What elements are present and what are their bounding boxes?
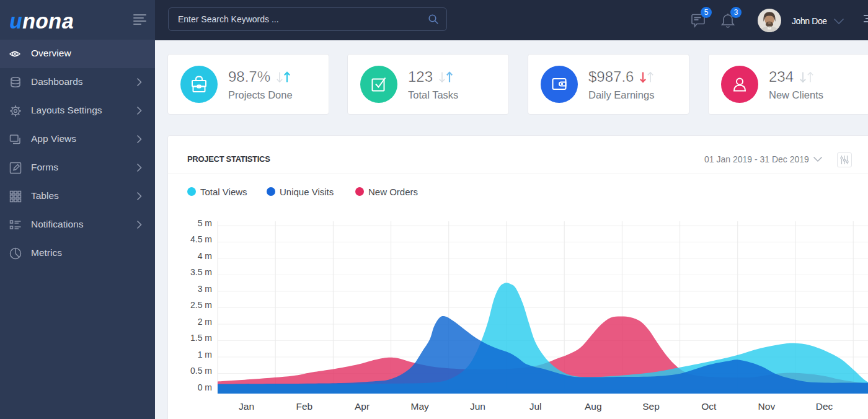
svg-text:Jan: Jan — [239, 401, 254, 412]
svg-text:0 m: 0 m — [198, 382, 212, 392]
svg-text:4.5 m: 4.5 m — [190, 234, 212, 244]
svg-text:Oct: Oct — [701, 401, 717, 412]
svg-text:0.5 m: 0.5 m — [190, 366, 212, 376]
svg-text:2 m: 2 m — [198, 317, 212, 327]
svg-text:5 m: 5 m — [198, 218, 212, 228]
svg-text:May: May — [411, 401, 430, 412]
svg-text:Apr: Apr — [355, 401, 370, 412]
svg-text:Dec: Dec — [816, 401, 833, 412]
svg-text:4 m: 4 m — [198, 251, 212, 261]
svg-text:Aug: Aug — [585, 401, 602, 412]
svg-text:2.5 m: 2.5 m — [190, 300, 212, 310]
svg-text:Jun: Jun — [470, 401, 485, 412]
svg-text:1 m: 1 m — [198, 350, 212, 359]
svg-text:3.5 m: 3.5 m — [190, 267, 212, 277]
svg-text:3 m: 3 m — [198, 284, 212, 294]
svg-text:Feb: Feb — [296, 401, 312, 412]
svg-text:1.5 m: 1.5 m — [190, 333, 212, 343]
svg-text:Sep: Sep — [642, 401, 660, 412]
svg-text:Jul: Jul — [529, 401, 542, 412]
svg-text:Nov: Nov — [758, 401, 776, 412]
